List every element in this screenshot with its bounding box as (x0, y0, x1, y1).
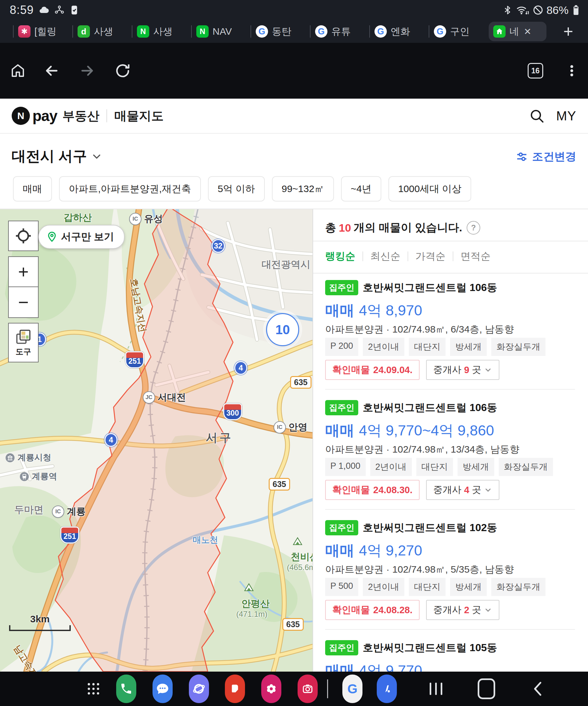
listing-tag: 화장실두개 (499, 458, 553, 476)
back-icon[interactable] (43, 62, 60, 79)
listing-head: 집주인호반써밋그랜드센트럴 102동 (325, 520, 497, 535)
interchange-badge: JC (143, 391, 155, 404)
naver-logo-icon[interactable]: N (12, 107, 30, 125)
zoom-out-button[interactable]: − (9, 287, 38, 317)
section-label[interactable]: 부동산 (62, 108, 99, 124)
google-favicon-icon: G (375, 25, 387, 38)
recent-apps-button[interactable] (428, 672, 444, 706)
filter-chip[interactable]: 아파트,아파트분양권,재건축 (59, 176, 201, 201)
filter-chip[interactable]: 매매 (13, 176, 52, 201)
browser-tab[interactable]: ✱[힐링 (14, 20, 72, 43)
map[interactable]: 갑하산(468.7m)IC유성대전광역시호남고속지선JC서대전IC안영서구계룡시… (0, 209, 313, 672)
listing-tag: P 200 (325, 338, 358, 356)
tab-title: 네 (509, 25, 519, 38)
listing-card[interactable]: 집주인호반써밋그랜드센트럴 102동매매4억 9,270아파트분양권 · 102… (325, 520, 575, 640)
listing-card[interactable]: 집주인호반써밋그랜드센트럴 106동매매4억 9,770~4억 9,860아파트… (325, 400, 575, 520)
tab-counter-button[interactable]: 16 (527, 63, 543, 79)
zoom-in-button[interactable]: + (9, 257, 38, 287)
listing-tag: P 500 (325, 578, 358, 596)
help-icon[interactable]: ? (467, 221, 480, 235)
clock: 8:59 (10, 3, 34, 17)
region-name[interactable]: 대전시 서구 (12, 147, 87, 166)
filter-chip[interactable]: 1000세대 이상 (388, 176, 471, 201)
listing-title[interactable]: 호반써밋그랜드센트럴 105동 (363, 641, 497, 655)
agents-unit: 곳 (472, 483, 481, 497)
camera-app-app-icon[interactable] (298, 674, 318, 703)
confirmed-listing-badge: 확인매물24.08.30. (325, 480, 420, 500)
sort-option[interactable]: 가격순 (415, 249, 445, 263)
google-app-icon[interactable]: G (342, 674, 362, 703)
browser-tab[interactable]: N사생 (132, 20, 191, 43)
samsung-internet-app-icon[interactable] (189, 674, 209, 703)
filter-chip[interactable]: 5억 이하 (208, 176, 265, 201)
listing-cluster-marker[interactable]: 10 (266, 313, 299, 346)
region-selector[interactable]: 대전시 서구 (12, 147, 102, 166)
rail-icon (19, 472, 29, 481)
menu-kebab-icon[interactable] (565, 64, 579, 78)
listing-panel: 총 10 개의 매물이 있습니다. ? 랭킹순최신순가격순면적순 집주인호반써밋… (313, 209, 588, 672)
cloud-icon (38, 4, 50, 16)
listing-title[interactable]: 호반써밋그랜드센트럴 106동 (363, 281, 497, 295)
current-location-button[interactable] (8, 221, 39, 251)
listing-title[interactable]: 호반써밋그랜드센트럴 102동 (363, 521, 497, 535)
map-label-place: IC안영 (274, 421, 307, 434)
blocked-icon (532, 4, 544, 16)
filter-sliders-icon (515, 150, 528, 163)
phone-app-icon[interactable] (116, 674, 136, 703)
messages-app-icon[interactable] (153, 674, 173, 703)
back-button[interactable] (531, 672, 545, 706)
new-tab-button[interactable]: + (563, 23, 573, 40)
search-icon[interactable] (529, 108, 545, 124)
browser-tab[interactable]: G유튜 (311, 20, 369, 43)
price-value: 4억 8,970 (359, 302, 422, 319)
listing-head: 집주인호반써밋그랜드센트럴 105동 (325, 640, 497, 655)
sort-option[interactable]: 면적순 (461, 249, 491, 263)
home-button[interactable] (478, 672, 495, 706)
chevron-down-icon (484, 366, 492, 374)
agents-dropdown[interactable]: 중개사2곳 (426, 600, 499, 620)
browser-tab[interactable]: G구인 (429, 20, 488, 43)
device-hub-icon (54, 5, 65, 15)
browser-tab[interactable]: G엔화 (370, 20, 429, 43)
flower-app-app-icon[interactable] (261, 674, 281, 703)
pay-logo[interactable]: pay (33, 107, 57, 125)
home-icon[interactable] (10, 63, 26, 79)
browser-tab[interactable]: G동탄 (251, 20, 310, 43)
sort-option[interactable]: 최신순 (370, 249, 400, 263)
map-tools-button[interactable]: 도구 (8, 323, 39, 362)
view-district-only-button[interactable]: 서구만 보기 (38, 225, 125, 249)
naver-blue-app-icon[interactable] (377, 674, 397, 703)
listing-tag: P 1,000 (325, 458, 366, 476)
my-button[interactable]: MY (556, 109, 576, 123)
listing-tag: 방세개 (458, 458, 494, 476)
owner-badge: 집주인 (325, 640, 358, 655)
browser-toolbar: m.land.naver.com/map/36.3081076:127.382 … (0, 43, 588, 99)
listing-tag: 2년이내 (363, 578, 404, 596)
map-label-place: JC서대전 (143, 391, 186, 404)
summary-suffix: 개의 매물이 있습니다. (354, 220, 462, 235)
sort-option[interactable]: 랭킹순 (325, 249, 355, 263)
filter-chip[interactable]: ~4년 (341, 176, 381, 201)
listing-card[interactable]: 집주인호반써밋그랜드센트럴 106동매매4억 8,970아파트분양권 · 102… (325, 280, 575, 400)
red-app-app-icon[interactable] (225, 674, 245, 703)
listing-title[interactable]: 호반써밋그랜드센트럴 106동 (363, 401, 497, 415)
close-tab-icon[interactable]: ✕ (524, 26, 531, 37)
map-label-elev: (471.1m) (236, 610, 267, 619)
browser-tab[interactable]: d사생 (73, 20, 132, 43)
filter-chip[interactable]: 99~132㎡ (272, 176, 334, 201)
road-badge-635: 635 (269, 478, 290, 491)
agents-dropdown[interactable]: 중개사9곳 (426, 360, 499, 380)
forward-icon[interactable] (79, 62, 96, 79)
dock-divider (327, 679, 328, 698)
reload-icon[interactable] (114, 62, 131, 79)
map-label-place: IC유성 (129, 212, 163, 226)
change-conditions-button[interactable]: 조건변경 (515, 149, 576, 164)
listing-card[interactable]: 집주인호반써밋그랜드센트럴 105동매매4억 9,770 (325, 640, 575, 672)
agents-dropdown[interactable]: 중개사4곳 (426, 480, 499, 500)
ipadmarket-favicon-icon: ✱ (18, 25, 31, 38)
browser-tab-active[interactable]: 네✕ (489, 22, 546, 41)
browser-tab[interactable]: NNAV (192, 20, 250, 43)
app-drawer-app-icon[interactable] (83, 674, 104, 703)
wifi-icon (515, 4, 530, 16)
map-label-elev: (465.6m (287, 563, 313, 572)
